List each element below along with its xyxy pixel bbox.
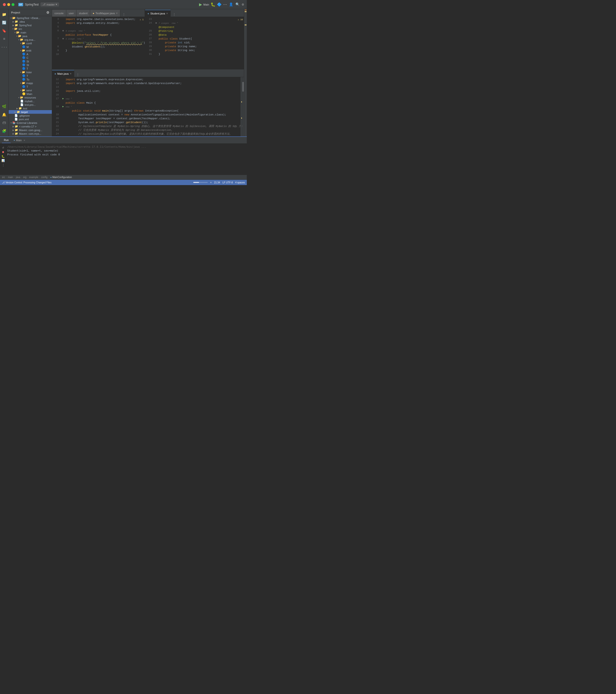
run-restart-icon[interactable]: ↺ [2,146,4,149]
git-activity-icon[interactable]: 🌿 [1,103,8,110]
run-stop-icon[interactable]: ■ [2,150,4,154]
sidebar-item-t-entity[interactable]: 🔵 T [9,67,52,70]
minimize-button[interactable] [7,3,10,6]
structure-activity-icon[interactable]: ≡ [1,36,8,42]
tree-label: java [22,35,27,38]
sidebar-item-service[interactable]: ▾ 📂 servi [9,88,52,92]
sidebar-item-org-example[interactable]: ▾ 📂 org.exa... [9,38,52,41]
maximize-button[interactable] [12,3,15,6]
sidebar-item-entity[interactable]: ▾ 📂 entit [9,49,52,52]
run-coverage-icon[interactable]: 📊 [1,159,5,162]
project-activity-icon[interactable]: 📁 [1,11,8,18]
debug-icon[interactable]: 🐛 [211,2,215,7]
tab-close-icon[interactable]: × [116,12,117,15]
sidebar-item-springtest[interactable]: ▶ 📁 SpringTest [9,23,52,27]
tab-student[interactable]: student [76,10,90,17]
run-tab-main-close[interactable]: ● Main × [12,138,27,143]
sidebar-item-config[interactable]: ▾ 📂 confi [9,41,52,45]
sidebar-item-target[interactable]: ▶ 📁 target [9,110,52,114]
more-icon[interactable]: ⋯ [223,2,227,7]
gutter-warning-marker [244,11,247,12]
sidebar-item-external-libraries[interactable]: ▾ 📚 External Libraries [9,121,52,125]
main-code-content[interactable]: 12 import org.springframework.expression… [52,77,244,136]
tab-label: console [54,12,64,15]
sidebar-item-test-pro[interactable]: 📄 test.pro... [9,103,52,107]
status-vc[interactable]: ⎇ Version Control: Processing Changed Fi… [2,181,52,184]
sidebar-item-java[interactable]: ▾ 📂 java [9,34,52,38]
sidebar-item-src[interactable]: ▾ 📂 src [9,27,52,31]
student-code-content[interactable]: 23 ⚠ 16 24 ⚙ 7 usages new *@Component 25 [145,17,244,69]
sidebar-item-maven-google[interactable]: ▶ 📁 Maven: com.goog... [9,128,52,132]
code-line-6: 6 ⚙ 4 usages new *public interface TestM… [52,29,145,37]
sidebar-item-listener[interactable]: ▾ 📂 lister [9,70,52,74]
sidebar-item-corretto[interactable]: ▶ 📁 < corretto-17 > [9,125,52,128]
sidebar-item-mapper[interactable]: ▾ 📂 mapp [9,81,52,85]
tab-bar-student: ● Student.java × ⋮ [145,9,244,17]
code-line-19: 19 ApplicationContext context = new Anno… [52,113,244,117]
more-activity-icon[interactable]: ··· [1,44,8,51]
file-icon: 📄 [15,117,18,121]
tab-close-icon[interactable]: × [70,72,72,75]
sidebar-settings-icon[interactable]: ⚙ [46,11,49,15]
sidebar-item-c[interactable]: 🔵 C [9,56,52,59]
tab-testmapper[interactable]: ● TestMapper.java × [90,10,120,17]
sidebar-item-springtest-root[interactable]: ▾ 📂 SpringTest ~/Desk... [9,16,52,20]
commit-activity-icon[interactable]: 🔄 [1,19,8,26]
tab-console[interactable]: console [52,10,66,17]
run-debug-icon[interactable]: 🐛 [1,155,5,158]
tab-more-button[interactable]: ⋮ [120,13,127,17]
sidebar-item-mybatis-config[interactable]: 📄 mybati... [9,99,52,103]
tab-close-icon[interactable]: × [166,12,168,15]
code-line-5: 5 [52,25,145,29]
student-code-lines: 23 ⚠ 16 24 ⚙ 7 usages new *@Component 25 [145,17,244,57]
run-config-name: Main [203,3,209,6]
tab-user[interactable]: user [66,10,76,17]
class-icon: 🔵 [22,85,25,88]
search-icon[interactable]: 🔍 [235,2,239,6]
status-right: × 21:34 LF UTF-8 4 spaces [193,181,245,184]
code-line-24: 24 ⚙ 7 usages new *@Component [145,21,244,29]
sidebar-item-test[interactable]: ▶ 📁 test [9,107,52,110]
sidebar-item-main-service[interactable]: 🟡 Main [9,92,52,96]
tree-label: confi [26,42,32,45]
sidebar-item-st1[interactable]: 🔵 St [9,59,52,63]
settings-icon[interactable]: ⚙ [242,2,244,6]
close-button[interactable] [3,3,6,6]
sidebar-item-resources[interactable]: ▾ 📂 resources [9,96,52,99]
run-more-icon[interactable]: ⋮ [2,163,5,167]
testmapper-code-content[interactable]: 3 import org.apache.ibatis.annotations.S… [52,17,145,69]
tab-main-java[interactable]: ● Main.java × [52,70,74,77]
sidebar-item-main[interactable]: ▾ 📂 main [9,31,52,34]
folder-icon: 📁 [15,132,18,135]
plugins-activity-icon[interactable]: 🧩 [1,128,8,134]
run-tab-close-icon[interactable]: × [24,139,25,142]
folder-icon: 📁 [15,125,18,128]
sidebar-item-mainconfiguration[interactable]: 🔵 M [9,45,52,49]
breadcrumb-src: src [2,176,5,179]
tab-more-button[interactable]: ⋮ [170,13,178,17]
sidebar-item-t-mapper[interactable]: 🔵 T [9,85,52,88]
run-tab-run[interactable]: Run [2,138,11,143]
sidebar-item-gitignore[interactable]: 📄 .gitignore [9,114,52,117]
sidebar-item-idea[interactable]: ▶ 📁 .idea [9,20,52,23]
tab-file-icon: ● [54,72,56,75]
tree-label: resources [24,96,36,99]
sidebar-item-t-listener[interactable]: 🔵 T [9,74,52,78]
coverage-icon[interactable]: 🔷 [217,2,222,7]
tree-label: src [19,28,22,30]
sidebar-item-pom[interactable]: 📄 pom.xml [9,117,52,121]
tab-more-button[interactable]: ⋮ [74,73,81,77]
database-activity-icon[interactable]: 🗃 [1,120,8,126]
sidebar-item-to[interactable]: 🔵 To [9,78,52,81]
notifications-activity-icon[interactable]: 🔔 [1,111,8,118]
breadcrumb-sep: › [28,176,28,179]
sidebar-item-a[interactable]: 🔵 A [9,52,52,56]
bookmark-activity-icon[interactable]: 🔖 [1,28,8,34]
sidebar-item-maven-mysql[interactable]: ▶ 📁 Maven: com.mys... [9,132,52,135]
sidebar-item-st2[interactable]: 🔵 St [9,63,52,67]
add-user-icon[interactable]: 👤 [229,2,233,6]
run-icon[interactable]: ▶ [199,2,202,7]
branch-selector[interactable]: ⎇ master ▾ [40,2,59,6]
tab-student-java[interactable]: ● Student.java × [145,10,170,17]
status-close-icon[interactable]: × [210,181,212,184]
